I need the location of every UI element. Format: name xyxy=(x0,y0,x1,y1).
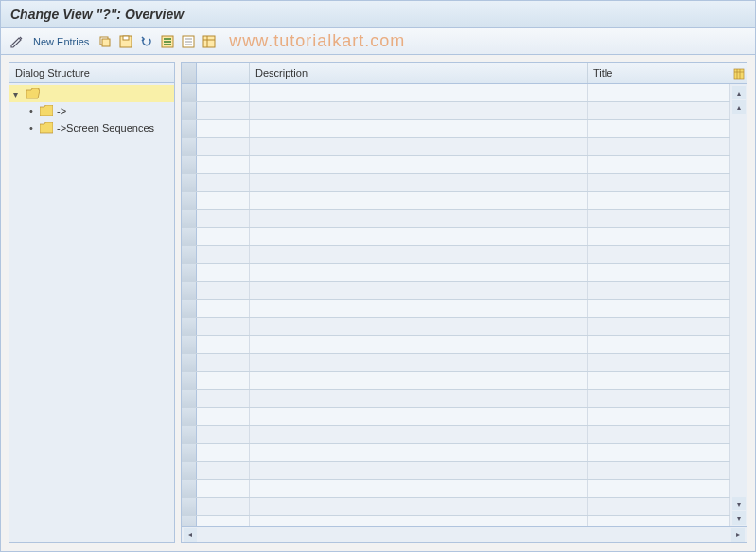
row-handle[interactable] xyxy=(182,516,197,526)
row-handle[interactable] xyxy=(182,372,197,389)
cell-description[interactable] xyxy=(250,192,588,209)
expander-icon[interactable]: ▾ xyxy=(13,89,23,99)
cell-title[interactable] xyxy=(588,480,730,497)
copy-icon[interactable] xyxy=(97,33,114,50)
cell[interactable] xyxy=(197,246,250,263)
cell-description[interactable] xyxy=(250,300,588,317)
cell[interactable] xyxy=(197,264,250,281)
cell[interactable] xyxy=(197,390,250,407)
cell[interactable] xyxy=(197,156,250,173)
row-handle[interactable] xyxy=(182,300,197,317)
row-handle[interactable] xyxy=(182,444,197,461)
cell-title[interactable] xyxy=(588,192,730,209)
table-row[interactable] xyxy=(182,210,730,228)
row-handle[interactable] xyxy=(182,408,197,425)
cell-description[interactable] xyxy=(250,246,588,263)
row-handle[interactable] xyxy=(182,120,197,137)
row-handle[interactable] xyxy=(182,354,197,371)
table-row[interactable] xyxy=(182,426,730,444)
cell[interactable] xyxy=(197,444,250,461)
cell[interactable] xyxy=(197,498,250,515)
scroll-left-icon[interactable]: ◂ xyxy=(184,528,197,542)
cell-description[interactable] xyxy=(250,354,588,371)
cell-description[interactable] xyxy=(250,174,588,191)
cell-description[interactable] xyxy=(250,390,588,407)
table-row[interactable] xyxy=(182,156,730,174)
row-handle[interactable] xyxy=(182,462,197,479)
cell[interactable] xyxy=(197,120,250,137)
cell-description[interactable] xyxy=(250,480,588,497)
cell[interactable] xyxy=(197,228,250,245)
cell[interactable] xyxy=(197,336,250,353)
cell-title[interactable] xyxy=(588,390,730,407)
table-row[interactable] xyxy=(182,516,730,526)
cell[interactable] xyxy=(197,426,250,443)
new-entries-button[interactable]: New Entries xyxy=(29,36,93,47)
cell[interactable] xyxy=(197,462,250,479)
cell-title[interactable] xyxy=(588,156,730,173)
column-header-description[interactable]: Description xyxy=(250,63,588,83)
row-handle[interactable] xyxy=(182,498,197,515)
table-settings-icon[interactable] xyxy=(201,33,218,50)
cell[interactable] xyxy=(197,516,250,526)
cell-description[interactable] xyxy=(250,462,588,479)
cell-description[interactable] xyxy=(250,336,588,353)
cell-title[interactable] xyxy=(588,210,730,227)
scroll-up-icon[interactable]: ▴ xyxy=(732,86,746,99)
tree-root[interactable]: ▾ xyxy=(9,85,174,102)
undo-icon[interactable] xyxy=(138,33,155,50)
cell-title[interactable] xyxy=(588,516,730,526)
cell-description[interactable] xyxy=(250,138,588,155)
cell[interactable] xyxy=(197,102,250,119)
cell[interactable] xyxy=(197,354,250,371)
row-handle[interactable] xyxy=(182,480,197,497)
table-row[interactable] xyxy=(182,102,730,120)
cell-title[interactable] xyxy=(588,426,730,443)
cell-title[interactable] xyxy=(588,228,730,245)
row-handle[interactable] xyxy=(182,426,197,443)
table-row[interactable] xyxy=(182,462,730,480)
cell-description[interactable] xyxy=(250,372,588,389)
cell-description[interactable] xyxy=(250,444,588,461)
table-row[interactable] xyxy=(182,174,730,192)
cell-title[interactable] xyxy=(588,408,730,425)
cell-description[interactable] xyxy=(250,210,588,227)
table-row[interactable] xyxy=(182,246,730,264)
cell[interactable] xyxy=(197,192,250,209)
cell-description[interactable] xyxy=(250,102,588,119)
cell-description[interactable] xyxy=(250,282,588,299)
cell-description[interactable] xyxy=(250,120,588,137)
table-row[interactable] xyxy=(182,264,730,282)
cell[interactable] xyxy=(197,210,250,227)
cell-title[interactable] xyxy=(588,120,730,137)
row-handle[interactable] xyxy=(182,318,197,335)
cell-description[interactable] xyxy=(250,516,588,526)
row-handle[interactable] xyxy=(182,210,197,227)
table-row[interactable] xyxy=(182,408,730,426)
scroll-up-icon[interactable]: ▴ xyxy=(732,100,746,114)
table-row[interactable] xyxy=(182,192,730,210)
row-handle[interactable] xyxy=(182,390,197,407)
configure-columns-button[interactable] xyxy=(730,63,747,83)
table-row[interactable] xyxy=(182,138,730,156)
cell-title[interactable] xyxy=(588,282,730,299)
table-row[interactable] xyxy=(182,336,730,354)
row-handle[interactable] xyxy=(182,336,197,353)
cell-title[interactable] xyxy=(588,138,730,155)
column-header-title[interactable]: Title xyxy=(588,63,730,83)
select-all-icon[interactable] xyxy=(159,33,176,50)
cell[interactable] xyxy=(197,174,250,191)
table-row[interactable] xyxy=(182,228,730,246)
scroll-down-icon[interactable]: ▾ xyxy=(732,511,746,525)
cell-description[interactable] xyxy=(250,426,588,443)
column-header-blank[interactable] xyxy=(197,63,250,83)
cell-title[interactable] xyxy=(588,372,730,389)
horizontal-scrollbar[interactable]: ◂ ▸ xyxy=(182,526,747,542)
scroll-down-icon[interactable]: ▾ xyxy=(732,497,746,510)
table-row[interactable] xyxy=(182,372,730,390)
cell-title[interactable] xyxy=(588,264,730,281)
vertical-scrollbar[interactable]: ▴ ▴ ▾ ▾ xyxy=(730,84,747,526)
table-row[interactable] xyxy=(182,120,730,138)
table-row[interactable] xyxy=(182,390,730,408)
row-handle[interactable] xyxy=(182,102,197,119)
